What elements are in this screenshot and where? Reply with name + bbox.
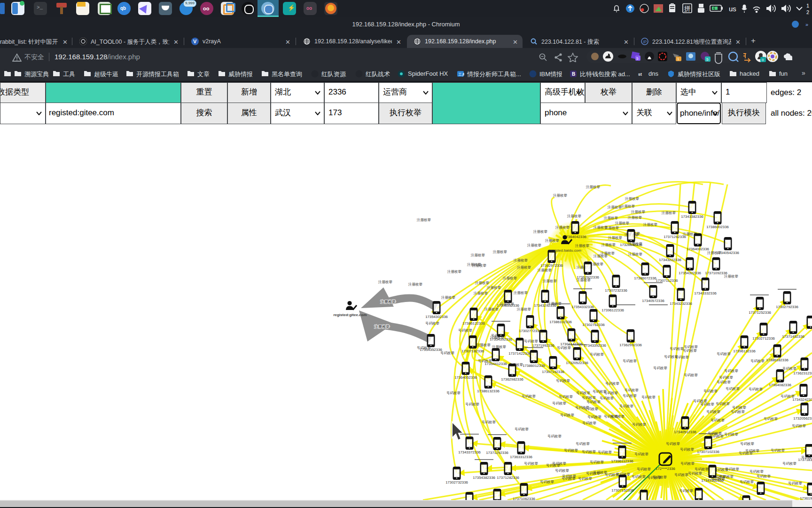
svg-text:17340572336: 17340572336 xyxy=(642,299,664,303)
svg-text:号码枚举: 号码枚举 xyxy=(556,379,570,383)
svg-text:注册枚举: 注册枚举 xyxy=(476,343,491,347)
svg-text:注册枚举: 注册枚举 xyxy=(475,281,490,285)
svg-text:拼: 拼 xyxy=(684,5,691,12)
svg-text:号码枚举: 号码枚举 xyxy=(679,489,694,493)
svg-text:注册枚举: 注册枚举 xyxy=(615,221,630,225)
svg-text:号码枚举: 号码枚举 xyxy=(586,400,601,404)
svg-text:号码枚举: 号码枚举 xyxy=(750,359,765,363)
svg-text:17307142336: 17307142336 xyxy=(560,342,583,346)
svg-text:号码枚举: 号码枚举 xyxy=(598,450,612,454)
svg-text:17364052336: 17364052336 xyxy=(454,375,477,380)
svg-text:号码枚举: 号码枚举 xyxy=(703,389,718,393)
svg-text:注册枚举: 注册枚举 xyxy=(601,243,616,247)
svg-text:17396132336: 17396132336 xyxy=(733,349,756,353)
svg-text:注册枚举: 注册枚举 xyxy=(417,218,431,222)
svg-text:注册枚举: 注册枚举 xyxy=(628,215,642,220)
svg-text:17364042336: 17364042336 xyxy=(564,235,586,239)
svg-text:注册枚举: 注册枚举 xyxy=(533,230,548,234)
svg-text:17340542336: 17340542336 xyxy=(717,251,739,255)
svg-text:号码枚举: 号码枚举 xyxy=(792,424,806,428)
svg-text:17364002336: 17364002336 xyxy=(687,247,709,251)
svg-text:号码枚举: 号码枚举 xyxy=(582,396,596,400)
svg-text:注册枚举: 注册枚举 xyxy=(503,276,517,280)
svg-text:号码枚举: 号码枚举 xyxy=(750,469,764,474)
svg-text:号码枚举: 号码枚举 xyxy=(623,359,637,363)
svg-text:号码枚举: 号码枚举 xyxy=(710,418,725,422)
svg-text:17371262336: 17371262336 xyxy=(664,235,686,239)
svg-text:17362972336: 17362972336 xyxy=(540,263,563,268)
svg-text:17302712336: 17302712336 xyxy=(752,336,775,341)
svg-text:17307182336: 17307182336 xyxy=(461,349,484,353)
svg-text:17371292336: 17371292336 xyxy=(486,451,508,455)
svg-text:17343292336: 17343292336 xyxy=(534,303,556,308)
svg-text:17396152336: 17396152336 xyxy=(497,303,519,308)
svg-text:注册枚举: 注册枚举 xyxy=(605,226,619,230)
svg-text:号码枚举: 号码枚举 xyxy=(724,432,739,437)
svg-text:号码枚举: 号码枚举 xyxy=(683,349,697,353)
svg-text:号码枚举: 号码枚举 xyxy=(560,413,575,417)
svg-text:号码枚举: 号码枚举 xyxy=(465,402,480,406)
svg-text:17354332336: 17354332336 xyxy=(571,305,594,309)
svg-text:号码枚举: 号码枚举 xyxy=(584,407,599,411)
svg-text:号码枚举: 号码枚举 xyxy=(732,405,747,410)
svg-text:号码枚举: 号码枚举 xyxy=(749,387,763,391)
svg-text:号码枚举: 号码枚举 xyxy=(425,321,440,325)
svg-text:号码枚举: 号码枚举 xyxy=(684,373,698,377)
svg-text:17343242336: 17343242336 xyxy=(792,397,812,402)
svg-text:17343232336: 17343232336 xyxy=(670,302,692,306)
svg-text:17307112336: 17307112336 xyxy=(656,278,678,283)
svg-text:注册枚举: 注册枚举 xyxy=(514,258,528,262)
svg-text:号码枚举: 号码枚举 xyxy=(522,394,536,398)
svg-text:号码枚举: 号码枚举 xyxy=(717,352,731,356)
svg-text:号码枚举: 号码枚举 xyxy=(745,449,760,453)
svg-text:号码枚举: 号码枚举 xyxy=(559,395,573,399)
svg-text:号码枚举: 号码枚举 xyxy=(590,460,604,464)
svg-text:号码枚举: 号码枚举 xyxy=(725,467,740,471)
svg-text:注册枚举: 注册枚举 xyxy=(493,250,508,254)
svg-text:注册枚举: 注册枚举 xyxy=(608,236,623,240)
svg-text:号码枚举: 号码枚举 xyxy=(604,391,618,395)
svg-text:17302732336: 17302732336 xyxy=(445,480,468,484)
svg-text:注册枚举: 注册枚举 xyxy=(517,265,531,270)
svg-text:1: 1 xyxy=(677,57,679,61)
svg-text:号码枚举: 号码枚举 xyxy=(700,402,715,406)
svg-text:17362992336: 17362992336 xyxy=(619,343,642,347)
svg-text:注册枚举: 注册枚举 xyxy=(555,225,570,230)
svg-text:注册枚举: 注册枚举 xyxy=(575,244,590,248)
svg-text:17386122336: 17386122336 xyxy=(462,321,485,325)
svg-text:号码枚举: 号码枚举 xyxy=(590,352,604,357)
svg-text:号码枚举: 号码枚举 xyxy=(740,480,754,484)
svg-text:注册枚举: 注册枚举 xyxy=(567,214,582,218)
svg-text:17354412336: 17354412336 xyxy=(484,362,507,366)
svg-text:172****2336: 172****2336 xyxy=(656,467,675,471)
svg-text:号码枚举: 号码枚举 xyxy=(771,448,785,452)
svg-text:号码枚举: 号码枚举 xyxy=(605,381,620,386)
svg-text:17362982336: 17362982336 xyxy=(501,377,523,381)
svg-text:17362312336: 17362312336 xyxy=(793,371,812,375)
svg-text:17371832336: 17371832336 xyxy=(798,458,812,462)
svg-text:号码枚举: 号码枚举 xyxy=(587,415,602,419)
svg-text:17320562336: 17320562336 xyxy=(793,416,812,421)
svg-text:号码枚举: 号码枚举 xyxy=(632,475,646,479)
svg-text:注册枚举: 注册枚举 xyxy=(487,286,501,290)
svg-text:号码枚举: 号码枚举 xyxy=(515,427,529,431)
svg-text:注册枚举: 注册枚举 xyxy=(514,291,528,295)
svg-text:号码枚举: 号码枚举 xyxy=(623,394,637,398)
svg-text:号码枚举: 号码枚举 xyxy=(674,473,689,477)
svg-text:17362922336: 17362922336 xyxy=(577,275,599,279)
svg-text:号码枚举: 号码枚举 xyxy=(740,442,755,446)
svg-text:号码枚举: 号码枚举 xyxy=(670,347,684,351)
svg-text:号码枚举: 号码枚举 xyxy=(582,450,596,454)
svg-text:号码枚举: 号码枚举 xyxy=(637,467,651,471)
svg-text:2: 2 xyxy=(806,9,809,15)
svg-text:号码枚举: 号码枚举 xyxy=(482,420,496,424)
svg-text:号码枚举: 号码枚举 xyxy=(604,414,618,419)
svg-text:17343332336: 17343332336 xyxy=(694,291,717,295)
svg-text:号码枚举: 号码枚举 xyxy=(458,328,473,333)
svg-text:号码枚举: 号码枚举 xyxy=(719,375,734,380)
svg-text:17320532336: 17320532336 xyxy=(620,243,642,247)
svg-text:17354352336: 17354352336 xyxy=(420,348,442,352)
svg-text:号码枚举: 号码枚举 xyxy=(666,442,680,446)
svg-text:17396122336: 17396122336 xyxy=(601,308,624,312)
svg-text:17396112336: 17396112336 xyxy=(611,459,633,463)
